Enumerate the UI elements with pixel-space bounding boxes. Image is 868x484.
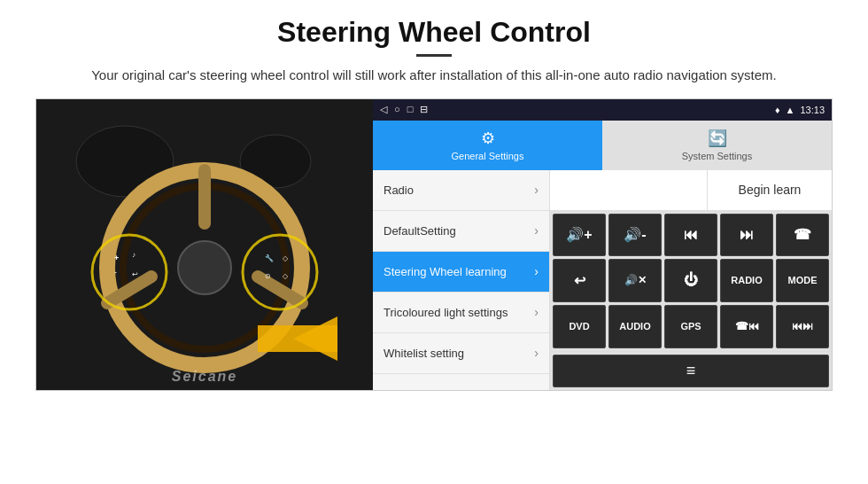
svg-text:-: - [114, 268, 117, 277]
tab-bar: ⚙ General Settings 🔄 System Settings [373, 121, 832, 170]
time-display: 13:13 [800, 105, 825, 115]
ui-panel: ◁ ○ □ ⊟ ♦ ▲ 13:13 ⚙ General Settings [373, 99, 832, 390]
menu-default-label: DefaultSetting [384, 224, 456, 238]
phone-button[interactable]: ☎ [776, 214, 829, 257]
image-area: + ♪ - ↩ 🔧 ◇ ⊙ ◇ Seicane [36, 99, 373, 391]
recents-icon[interactable]: □ [407, 104, 414, 115]
menu-item-radio[interactable]: Radio › [373, 170, 549, 211]
svg-text:↩: ↩ [132, 270, 138, 278]
gps-label: GPS [680, 321, 701, 332]
status-bar-nav: ◁ ○ □ ⊟ [380, 104, 428, 115]
back-icon[interactable]: ◁ [380, 104, 387, 115]
menu-steering-label: Steering Wheel learning [384, 265, 507, 278]
vol-down-button[interactable]: 🔊- [608, 214, 662, 257]
begin-learn-button[interactable]: Begin learn [708, 170, 832, 210]
top-row: Begin learn [550, 170, 832, 211]
title-section: Steering Wheel Control Your original car… [35, 16, 833, 98]
hook-icon: ↩ [574, 272, 585, 289]
general-settings-icon: ⚙ [481, 129, 495, 148]
skip-icon: ⏮⏭ [792, 320, 813, 332]
phone-prev-icon: ☎⏮ [735, 320, 759, 332]
svg-point-9 [92, 235, 167, 309]
mode-button[interactable]: MODE [776, 259, 829, 302]
prev-icon: ⏮ [684, 227, 698, 243]
radio-label: RADIO [731, 275, 762, 285]
radio-button[interactable]: RADIO [720, 259, 773, 302]
dvd-label: DVD [569, 321, 589, 332]
page-subtitle: Your original car's steering wheel contr… [35, 66, 833, 86]
key-input-area [550, 170, 708, 210]
mode-label: MODE [788, 275, 818, 285]
mute-icon: 🔊✕ [624, 274, 647, 286]
next-button[interactable]: ⏭ [720, 214, 773, 257]
main-split: Radio › DefaultSetting › Steering Wheel … [373, 170, 832, 390]
menu-item-tricolour[interactable]: Tricoloured light settings › [373, 293, 549, 333]
dvd-button[interactable]: DVD [553, 305, 606, 348]
skip-button[interactable]: ⏮⏭ [776, 305, 829, 348]
tab-system[interactable]: 🔄 System Settings [602, 121, 832, 170]
chevron-icon: › [534, 264, 539, 278]
power-button[interactable]: ⏻ [664, 259, 717, 302]
svg-rect-20 [258, 325, 337, 352]
page-title: Steering Wheel Control [35, 16, 833, 49]
menu-whitelist-label: Whitelist setting [384, 347, 464, 360]
next-icon: ⏭ [740, 227, 754, 243]
power-icon: ⏻ [684, 272, 698, 288]
watermark: Seicane [172, 369, 237, 385]
title-divider [416, 54, 452, 57]
chevron-icon: › [534, 305, 539, 319]
audio-label: AUDIO [619, 321, 650, 332]
home-icon[interactable]: ○ [394, 104, 400, 115]
chevron-icon: › [534, 223, 539, 238]
menu-tricolour-label: Tricoloured light settings [384, 306, 508, 319]
menu-item-default[interactable]: DefaultSetting › [373, 211, 549, 252]
svg-text:♪: ♪ [132, 251, 136, 259]
audio-button[interactable]: AUDIO [608, 305, 662, 348]
tab-general-label: General Settings [452, 151, 524, 161]
page-container: Steering Wheel Control Your original car… [0, 0, 868, 484]
button-grid: 🔊+ 🔊- ⏮ ⏭ ☎ [550, 211, 832, 351]
mute-button[interactable]: 🔊✕ [608, 259, 662, 302]
menu-item-steering[interactable]: Steering Wheel learning › [373, 252, 549, 293]
svg-text:🔧: 🔧 [265, 254, 274, 262]
prev-button[interactable]: ⏮ [664, 214, 717, 257]
phone-icon: ☎ [794, 226, 811, 243]
gps-button[interactable]: GPS [664, 305, 717, 348]
tab-general[interactable]: ⚙ General Settings [373, 121, 602, 170]
menu-radio-label: Radio [384, 183, 414, 197]
content-area: + ♪ - ↩ 🔧 ◇ ⊙ ◇ Seicane ◁ ○ [35, 98, 833, 391]
tab-system-label: System Settings [682, 151, 752, 161]
phone-prev-button[interactable]: ☎⏮ [720, 305, 773, 348]
menu-icon[interactable]: ⊟ [420, 104, 428, 115]
vol-down-icon: 🔊- [624, 226, 646, 243]
svg-text:+: + [114, 254, 119, 262]
vol-up-button[interactable]: 🔊+ [553, 214, 606, 257]
menu-list: Radio › DefaultSetting › Steering Wheel … [373, 170, 550, 390]
svg-text:◇: ◇ [283, 272, 289, 280]
menu-item-whitelist[interactable]: Whitelist setting › [373, 333, 549, 374]
status-bar-info: ♦ ▲ 13:13 [775, 105, 825, 115]
svg-point-8 [178, 241, 231, 294]
menu-bottom-icon: ≡ [686, 362, 696, 380]
vol-up-icon: 🔊+ [566, 226, 592, 243]
status-bar: ◁ ○ □ ⊟ ♦ ▲ 13:13 [373, 99, 832, 121]
svg-point-10 [243, 235, 317, 309]
system-settings-icon: 🔄 [708, 129, 727, 148]
hook-button[interactable]: ↩ [553, 259, 606, 302]
chevron-icon: › [534, 183, 539, 197]
chevron-icon: › [534, 346, 539, 360]
menu-bottom-button[interactable]: ≡ [553, 355, 829, 387]
location-icon: ♦ [775, 105, 780, 115]
last-row: ≡ [550, 351, 832, 390]
signal-icon: ▲ [786, 105, 795, 115]
svg-text:⊙: ⊙ [265, 272, 271, 280]
steering-wheel-svg: + ♪ - ↩ 🔧 ◇ ⊙ ◇ [36, 99, 373, 391]
svg-text:◇: ◇ [283, 254, 289, 262]
right-content: Begin learn 🔊+ 🔊- ⏮ [550, 170, 832, 390]
